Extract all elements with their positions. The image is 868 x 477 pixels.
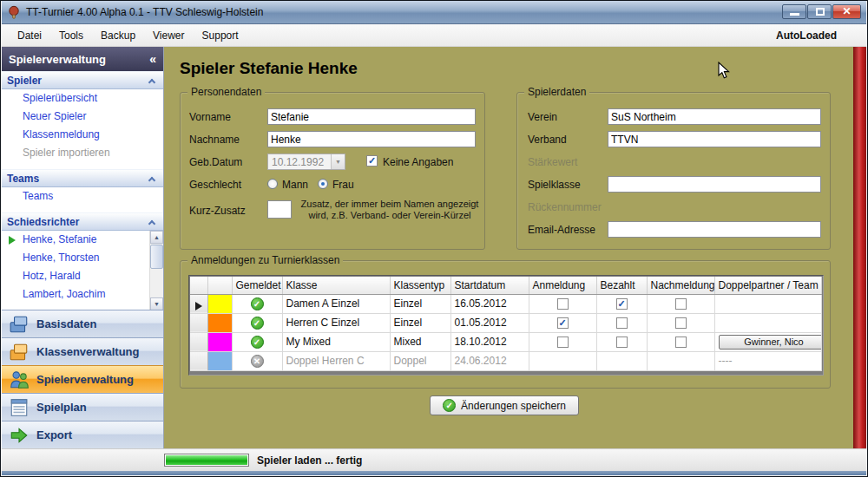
row-selector[interactable] <box>190 313 207 332</box>
nachmeldung-checkbox[interactable] <box>675 298 687 310</box>
radio-frau[interactable] <box>318 179 328 189</box>
nachmeldung-cell[interactable] <box>647 351 714 370</box>
sidebar-item-neuer-spieler[interactable]: Neuer Spieler <box>2 108 163 126</box>
gemeldet-cell[interactable]: ✓ <box>232 332 282 351</box>
grid-column-header[interactable]: Klasse <box>282 277 390 294</box>
maximize-button[interactable] <box>807 4 832 19</box>
grid-column-header[interactable]: Startdatum <box>450 277 529 294</box>
anmeldung-checkbox[interactable]: ✓ <box>557 317 569 329</box>
grid-column-header[interactable]: Doppelpartner / Team <box>714 277 822 294</box>
verein-input[interactable] <box>608 108 821 125</box>
bezahlt-cell[interactable]: ✓ <box>596 294 647 313</box>
list-item-referee[interactable]: Lambert, Joachim <box>2 285 163 304</box>
anmeldung-checkbox[interactable] <box>557 298 569 310</box>
menu-viewer[interactable]: Viewer <box>144 26 193 45</box>
row-selector[interactable] <box>190 351 207 370</box>
row-selector[interactable] <box>190 332 207 351</box>
row-selector[interactable] <box>190 294 207 313</box>
nachmeldung-checkbox[interactable] <box>675 317 687 329</box>
nav-spielerverwaltung[interactable]: Spielerverwaltung <box>2 365 163 393</box>
nachname-input[interactable] <box>267 131 476 147</box>
doppelpartner-button[interactable]: Gwinner, Nico <box>719 335 822 350</box>
collapsed-side-panel[interactable] <box>853 47 866 448</box>
anmeldung-cell[interactable] <box>529 332 596 351</box>
table-row[interactable]: ✓My MixedMixed18.10.2012Gwinner, Nico <box>190 332 822 351</box>
list-item-referee[interactable]: Hotz, Harald <box>2 267 163 285</box>
sidebar-collapse-icon[interactable]: « <box>149 52 156 66</box>
scroll-down-icon[interactable]: ▼ <box>150 297 163 310</box>
klasse-cell[interactable]: Damen A Einzel <box>282 294 390 313</box>
section-spieler[interactable]: Spieler <box>2 71 163 89</box>
doppelpartner-cell[interactable]: ---- <box>714 351 822 370</box>
startdatum-cell[interactable]: 18.10.2012 <box>450 332 529 351</box>
gemeldet-cell[interactable]: ✕ <box>232 351 282 370</box>
section-teams[interactable]: Teams <box>2 169 163 187</box>
vorname-input[interactable] <box>267 108 476 125</box>
keine-angaben-checkbox[interactable]: ✓ <box>366 155 378 167</box>
grid-column-header[interactable]: Nachmeldung <box>647 277 714 294</box>
nav-basisdaten[interactable]: Basisdaten <box>2 310 163 337</box>
anmeldung-cell[interactable] <box>529 351 596 370</box>
bezahlt-checkbox[interactable] <box>616 317 628 329</box>
anmeldungen-table[interactable]: GemeldetKlasseKlassentypStartdatumAnmeld… <box>190 277 822 371</box>
sidebar-item-teams[interactable]: Teams <box>2 187 163 206</box>
nachmeldung-cell[interactable] <box>647 294 714 313</box>
doppelpartner-cell[interactable] <box>714 313 822 332</box>
grid-column-header[interactable]: Klassentyp <box>390 277 450 294</box>
klassentyp-cell[interactable]: Einzel <box>390 294 450 313</box>
section-schiedsrichter[interactable]: Schiedsrichter <box>2 212 163 231</box>
sidebar-item-klassenmeldung[interactable]: Klassenmeldung <box>2 126 163 144</box>
nachmeldung-cell[interactable] <box>647 332 714 351</box>
klasse-cell[interactable]: My Mixed <box>282 332 390 351</box>
gemeldet-cell[interactable]: ✓ <box>232 313 282 332</box>
list-item-referee-selected[interactable]: Henke, Stefanie <box>2 231 163 249</box>
bezahlt-checkbox[interactable]: ✓ <box>616 298 628 310</box>
bezahlt-cell[interactable] <box>596 351 647 370</box>
nav-spielplan[interactable]: Spielplan <box>2 393 163 421</box>
startdatum-cell[interactable]: 16.05.2012 <box>450 294 529 313</box>
nav-export[interactable]: Export <box>2 421 163 448</box>
anmeldung-checkbox[interactable] <box>557 337 569 348</box>
menu-support[interactable]: Support <box>194 26 247 45</box>
table-row[interactable]: ✕Doppel Herren CDoppel24.06.2012---- <box>190 351 822 370</box>
grid-column-header[interactable]: Gemeldet <box>232 277 282 294</box>
startdatum-cell[interactable]: 01.05.2012 <box>450 313 529 332</box>
klasse-cell[interactable]: Doppel Herren C <box>282 351 390 370</box>
gemeldet-cell[interactable]: ✓ <box>232 294 282 313</box>
menu-datei[interactable]: Datei <box>9 26 50 45</box>
klassentyp-cell[interactable]: Mixed <box>390 332 450 351</box>
referee-scrollbar[interactable]: ▲ ▼ <box>149 231 163 310</box>
close-button[interactable]: ✕ <box>832 4 861 19</box>
klasse-cell[interactable]: Herren C Einzel <box>282 313 390 332</box>
klassentyp-cell[interactable]: Einzel <box>390 313 450 332</box>
scroll-up-icon[interactable]: ▲ <box>150 231 163 244</box>
nachmeldung-checkbox[interactable] <box>675 337 687 348</box>
startdatum-cell[interactable]: 24.06.2012 <box>450 351 529 370</box>
bezahlt-cell[interactable] <box>596 332 647 351</box>
bezahlt-cell[interactable] <box>596 313 647 332</box>
bezahlt-checkbox[interactable] <box>616 337 628 348</box>
nav-klassenverwaltung[interactable]: Klassenverwaltung <box>2 337 163 365</box>
menu-backup[interactable]: Backup <box>92 26 144 45</box>
nachmeldung-cell[interactable] <box>647 313 714 332</box>
anmeldung-cell[interactable]: ✓ <box>529 313 596 332</box>
email-input[interactable] <box>608 221 821 238</box>
minimize-button[interactable] <box>782 4 806 19</box>
verband-input[interactable] <box>608 131 821 147</box>
table-row[interactable]: ✓Damen A EinzelEinzel16.05.2012✓ <box>190 294 822 313</box>
sidebar-item-spieleruebersicht[interactable]: Spielerübersicht <box>2 89 163 108</box>
doppelpartner-cell[interactable]: Gwinner, Nico <box>714 332 822 351</box>
grid-column-header[interactable]: Anmeldung <box>529 277 596 294</box>
save-changes-button[interactable]: ✓ Änderungen speichern <box>430 395 579 415</box>
klassentyp-cell[interactable]: Doppel <box>390 351 450 370</box>
doppelpartner-cell[interactable] <box>714 294 822 313</box>
kurz-zusatz-input[interactable] <box>267 200 292 219</box>
menu-tools[interactable]: Tools <box>50 26 92 45</box>
table-row[interactable]: ✓Herren C EinzelEinzel01.05.2012✓ <box>190 313 822 332</box>
spielklasse-input[interactable] <box>608 176 821 193</box>
radio-mann[interactable] <box>267 179 278 189</box>
anmeldung-cell[interactable] <box>529 294 596 313</box>
grid-column-header[interactable]: Bezahlt <box>596 277 647 294</box>
scrollbar-thumb[interactable] <box>150 245 163 269</box>
list-item-referee[interactable]: Henke, Thorsten <box>2 249 163 267</box>
